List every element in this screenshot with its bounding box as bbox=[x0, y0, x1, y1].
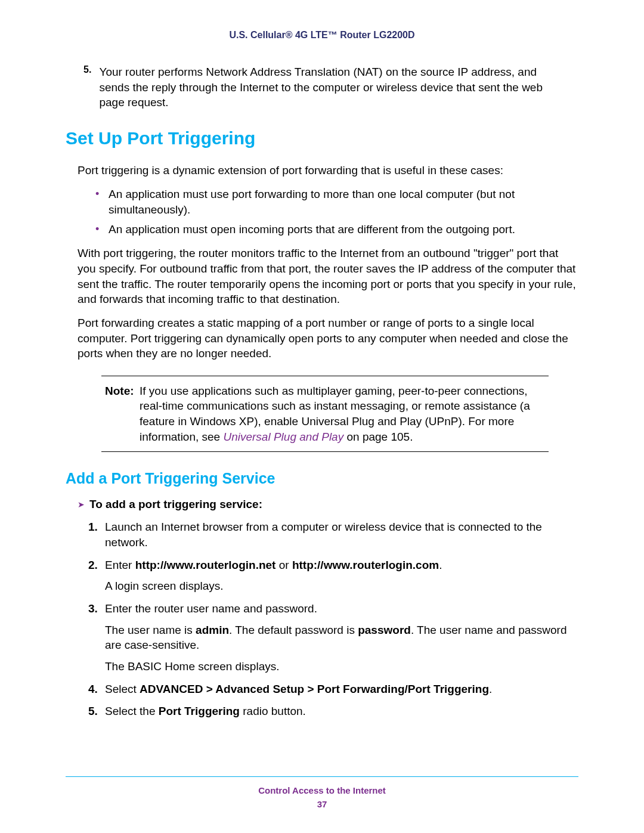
note-label: Note: bbox=[105, 383, 140, 445]
t: Select the bbox=[105, 705, 159, 717]
url-routerlogin-net: http://www.routerlogin.net bbox=[135, 559, 276, 571]
heading-add-port-triggering-service: Add a Port Triggering Service bbox=[66, 470, 578, 487]
username-admin: admin bbox=[196, 624, 229, 636]
step-2: 2. Enter http://www.routerlogin.net or h… bbox=[88, 558, 578, 594]
password-default: password bbox=[358, 624, 411, 636]
radio-port-triggering: Port Triggering bbox=[159, 705, 240, 717]
t: Enter bbox=[105, 559, 135, 571]
continued-step: 5. Your router performs Network Address … bbox=[83, 64, 578, 110]
footer-page-number: 37 bbox=[66, 799, 578, 809]
step-text-5: Your router performs Network Address Tra… bbox=[99, 64, 564, 110]
procedure-title: To add a port triggering service: bbox=[89, 498, 262, 510]
step-text: Launch an Internet browser from a comput… bbox=[105, 521, 542, 549]
paragraph-forwarding-compare: Port forwarding creates a static mapping… bbox=[78, 315, 578, 361]
intro-paragraph: Port triggering is a dynamic extension o… bbox=[78, 163, 578, 178]
procedure-steps: 1. Launch an Internet browser from a com… bbox=[88, 519, 578, 719]
note-callout: Note: If you use applications such as mu… bbox=[101, 376, 549, 453]
step-subtext: A login screen displays. bbox=[105, 578, 578, 594]
step-number: 3. bbox=[88, 601, 98, 617]
bullet-item: An application must use port forwarding … bbox=[95, 187, 578, 218]
step-text: Enter the router user name and password. bbox=[105, 602, 317, 615]
note-text: If you use applications such as multipla… bbox=[140, 383, 545, 445]
footer-chapter-title: Control Access to the Internet bbox=[66, 785, 578, 795]
procedure-heading: ➤To add a port triggering service: bbox=[78, 498, 578, 511]
step-number: 5. bbox=[88, 704, 98, 719]
t: or bbox=[275, 559, 292, 571]
t: Select bbox=[105, 683, 140, 695]
t: radio button. bbox=[240, 705, 306, 717]
footer-rule bbox=[66, 776, 578, 777]
step-text: Enter http://www.routerlogin.net or http… bbox=[105, 559, 442, 571]
t: . bbox=[489, 683, 492, 695]
step-3: 3. Enter the router user name and passwo… bbox=[88, 601, 578, 674]
step-5: 5. Select the Port Triggering radio butt… bbox=[88, 704, 578, 719]
t: The user name is bbox=[105, 624, 196, 636]
t: . bbox=[439, 559, 442, 571]
paragraph-trigger-explain: With port triggering, the router monitor… bbox=[78, 246, 578, 307]
step-4: 4. Select ADVANCED > Advanced Setup > Po… bbox=[88, 682, 578, 697]
heading-set-up-port-triggering: Set Up Port Triggering bbox=[66, 128, 578, 148]
step-1: 1. Launch an Internet browser from a com… bbox=[88, 519, 578, 550]
step-text: Select the Port Triggering radio button. bbox=[105, 705, 306, 717]
step-text: Select ADVANCED > Advanced Setup > Port … bbox=[105, 683, 492, 695]
menu-path-advanced: ADVANCED > Advanced Setup > Port Forward… bbox=[140, 683, 489, 695]
link-upnp[interactable]: Universal Plug and Play bbox=[223, 431, 343, 443]
step-number-5: 5. bbox=[83, 64, 97, 75]
url-routerlogin-com: http://www.routerlogin.com bbox=[292, 559, 439, 571]
step-number: 4. bbox=[88, 682, 98, 697]
bullet-item: An application must open incoming ports … bbox=[95, 222, 578, 238]
page-footer: Control Access to the Internet 37 bbox=[66, 776, 578, 809]
doc-header-title: U.S. Cellular® 4G LTE™ Router LG2200D bbox=[66, 30, 578, 41]
t: . The default password is bbox=[229, 624, 358, 636]
cases-bullet-list: An application must use port forwarding … bbox=[95, 187, 578, 238]
step-subtext: The user name is admin. The default pass… bbox=[105, 623, 578, 653]
arrow-icon: ➤ bbox=[78, 500, 85, 509]
step-subtext: The BASIC Home screen displays. bbox=[105, 659, 578, 674]
step-number: 1. bbox=[88, 519, 98, 535]
note-body-after: on page 105. bbox=[346, 431, 413, 443]
step-number: 2. bbox=[88, 558, 98, 573]
